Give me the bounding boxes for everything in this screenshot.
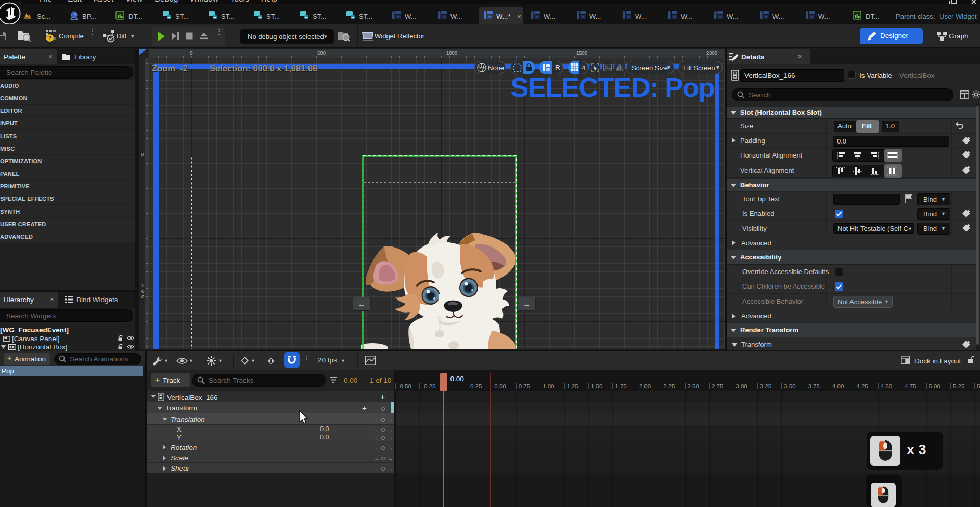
svg-text:?: ? [48, 35, 52, 41]
